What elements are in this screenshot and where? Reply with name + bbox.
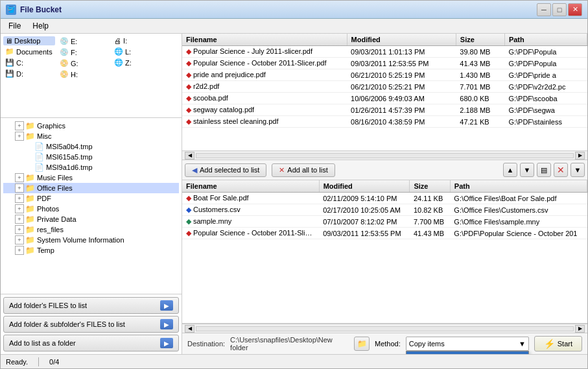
cell-size: 47.21 KB (456, 116, 504, 128)
tree-item-label: Graphics (37, 122, 65, 130)
tree-item[interactable]: 📄MSI615a5.tmp (3, 152, 179, 162)
table-row[interactable]: ◆pride and prejudice.pdf 06/21/2010 5:25… (182, 69, 587, 81)
method-select[interactable]: Copy items ▼ (406, 337, 529, 351)
close-button[interactable]: ✕ (568, 3, 582, 16)
move-down-button[interactable]: ▼ (520, 163, 534, 177)
tree-item[interactable]: +📁Music Files (3, 173, 179, 183)
cell-size: 41.43 MB (410, 228, 450, 239)
cell-path: G:\PDF\stainless (504, 116, 587, 128)
hscroll-right[interactable]: ▶ (575, 152, 585, 160)
hscroll-right-lower[interactable]: ▶ (575, 325, 585, 333)
drive-z[interactable]: 🌐 Z: (112, 58, 164, 67)
hscroll-left[interactable]: ◀ (185, 152, 194, 160)
tree-item[interactable]: +📁Private Data (3, 214, 179, 224)
lower-file-table: Filename Modified Size Path ◆Boat For Sa… (182, 180, 587, 239)
table-row[interactable]: ◆Boat For Sale.pdf 02/11/2009 5:14:10 PM… (182, 193, 587, 204)
view-toggle-button[interactable]: ▤ (537, 163, 551, 177)
tree-item[interactable]: +📁Temp (3, 245, 179, 256)
app-icon: 🪣 (6, 5, 16, 15)
move-up-button[interactable]: ▲ (503, 163, 517, 177)
cell-filename: ◆Popular Science - October 2011-Slicer.p… (182, 58, 347, 69)
tree-item[interactable]: +📁Photos (3, 204, 179, 214)
drive-d[interactable]: 💾 D: (3, 69, 55, 78)
tree-item[interactable]: +📁Graphics (3, 121, 179, 131)
minimize-button[interactable]: ─ (537, 3, 551, 16)
add-as-folder-button[interactable]: Add to list as a folder ▶ (3, 335, 179, 351)
cell-path: G:\Office Files\sample.mny (450, 216, 587, 228)
arrow-icon-2: ▶ (160, 319, 173, 329)
cell-modified: 09/03/2011 1:01:13 PM (347, 46, 456, 58)
table-row[interactable]: ◆segway catalog.pdf 01/26/2011 4:57:39 P… (182, 104, 587, 116)
table-row[interactable]: ◆Customers.csv 02/17/2010 10:25:05 AM 10… (182, 204, 587, 216)
menu-file[interactable]: File (3, 20, 26, 32)
arrow-icon: ▶ (160, 300, 173, 311)
cell-size: 680.0 KB (456, 93, 504, 104)
add-subfolder-files-button[interactable]: Add folder & subfolder's FILES to list ▶ (3, 316, 179, 333)
tree-item-label: Photos (37, 205, 59, 213)
drive-e[interactable]: 💿 E: (58, 36, 110, 46)
drive-f[interactable]: 💿 F: (58, 47, 110, 57)
drive-icon: 💿 (60, 48, 69, 56)
cell-size: 41.43 MB (456, 58, 504, 69)
folder-tree[interactable]: +📁Graphics+📁Misc📄MSI5a0b4.tmp📄MSI615a5.t… (1, 118, 182, 294)
drive-label: H: (71, 71, 78, 78)
tree-item[interactable]: 📄MSI9a1d6.tmp (3, 162, 179, 173)
cell-size: 24.11 KB (410, 193, 450, 204)
table-row[interactable]: ◆Popular Science - July 2011-slicer.pdf … (182, 46, 587, 58)
drive-label: Desktop (14, 37, 40, 45)
hscroll-track-lower[interactable] (196, 326, 574, 331)
destination-label: Destination: (187, 340, 225, 348)
dropdown-button[interactable]: ▼ (570, 163, 585, 177)
cell-path: G:\Office Files\Customers.csv (450, 204, 587, 216)
drive-label: F: (71, 49, 77, 56)
tree-item[interactable]: +📁Office Files (3, 183, 179, 193)
col-path-lower: Path (450, 180, 587, 193)
drive-h[interactable]: 📀 H: (58, 69, 110, 79)
arrow-icon-3: ▶ (160, 338, 173, 348)
table-row[interactable]: ◆sample.mny 07/10/2007 8:12:02 PM 7.700 … (182, 216, 587, 228)
start-icon: ⚡ (544, 339, 555, 349)
col-filename-lower: Filename (182, 180, 319, 193)
method-label: Method: (375, 340, 401, 348)
start-button[interactable]: ⚡ Start (534, 336, 582, 351)
maximize-button[interactable]: □ (552, 3, 567, 16)
cell-filename: ◆Popular Science - July 2011-slicer.pdf (182, 46, 347, 58)
window-title: File Bucket (20, 5, 537, 14)
tree-item[interactable]: +📁System Volume Information (3, 235, 179, 245)
clear-button[interactable]: ✕ (554, 163, 568, 177)
menu-help[interactable]: Help (27, 20, 54, 32)
cell-size: 2.188 MB (456, 104, 504, 116)
drive-icon: 🌐 (114, 47, 123, 56)
method-dropdown-wrapper: Copy items ▼ Copy items Move items Delet… (406, 337, 529, 351)
cell-path: G:\PDF\scooba (504, 93, 587, 104)
tree-item[interactable]: +📁Misc (3, 131, 179, 141)
drive-icon: 🖨 (114, 37, 121, 45)
drive-g[interactable]: 📀 G: (58, 58, 110, 68)
table-row[interactable]: ◆Popular Science - October 2011-Slicer.p… (182, 228, 587, 239)
drive-label: L: (125, 48, 131, 56)
drive-documents[interactable]: 📁 Documents (3, 47, 55, 56)
method-option-copy[interactable]: Copy items (406, 351, 528, 354)
tree-item[interactable]: +📁PDF (3, 193, 179, 204)
hscroll-track-upper[interactable] (196, 153, 574, 158)
tree-item[interactable]: +📁res_files (3, 224, 179, 235)
cell-filename: ◆scooba.pdf (182, 93, 347, 104)
drives-grid: 🖥 Desktop 📁 Documents 💾 C: 💾 (3, 36, 179, 79)
add-all-button[interactable]: ✕ Add all to list (272, 163, 335, 177)
status-text: Ready. (6, 358, 28, 366)
table-row[interactable]: ◆Popular Science - October 2011-Slicer.p… (182, 58, 587, 69)
cell-filename: ◆stainless steel cleaning.pdf (182, 116, 347, 128)
cell-modified: 02/17/2010 10:25:05 AM (319, 204, 410, 216)
hscroll-left-lower[interactable]: ◀ (185, 325, 194, 333)
browse-button[interactable]: 📁 (354, 337, 370, 351)
drive-l[interactable]: 🌐 L: (112, 47, 164, 56)
add-folders-files-button[interactable]: Add folder's FILES to list ▶ (3, 297, 179, 314)
drive-i[interactable]: 🖨 I: (112, 36, 164, 45)
table-row[interactable]: ◆scooba.pdf 10/06/2006 9:49:03 AM 680.0 … (182, 93, 587, 104)
table-row[interactable]: ◆stainless steel cleaning.pdf 08/16/2010… (182, 116, 587, 128)
drive-desktop[interactable]: 🖥 Desktop (3, 36, 55, 45)
table-row[interactable]: ◆r2d2.pdf 06/21/2010 5:25:21 PM 7.701 MB… (182, 81, 587, 93)
add-selected-button[interactable]: ◀ Add selected to list (185, 163, 266, 177)
drive-c[interactable]: 💾 C: (3, 58, 55, 67)
tree-item[interactable]: 📄MSI5a0b4.tmp (3, 141, 179, 152)
